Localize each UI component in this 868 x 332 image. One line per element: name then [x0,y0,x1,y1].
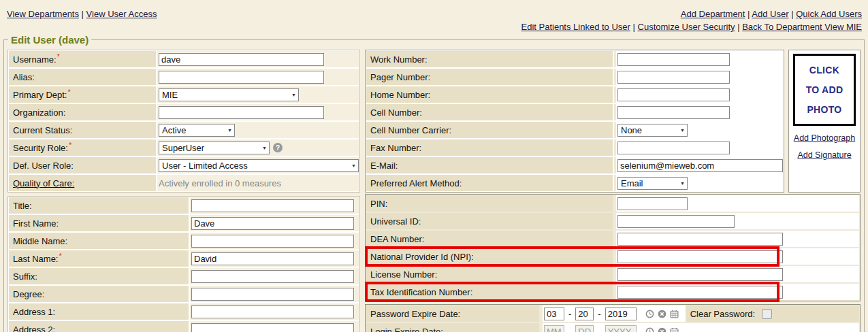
view-user-access-link[interactable]: View User Access [86,9,157,19]
link-separator: | [630,22,638,32]
national-provider-id-npi-label: National Provider Id (NPI): [366,248,613,265]
universal-id-input[interactable] [617,215,735,228]
dea-number-input[interactable] [617,233,783,246]
organization-input[interactable] [159,106,324,119]
row-fax-number: Fax Number: [366,139,783,156]
def-user-role-label-text: Def. User Role: [13,161,74,171]
last-name-field [190,250,359,267]
cell-number-carrier-label-text: Cell Number Carrier: [370,125,451,135]
password-expire-date-label: Password Expire Date: [366,305,539,322]
address-2-input[interactable] [191,323,354,332]
def-user-role-select[interactable]: User - Limited Access▼ [159,159,359,172]
current-status-label-text: Current Status: [13,125,72,135]
alias-label: Alias: [9,69,156,85]
home-number-label: Home Number: [366,86,613,103]
def-user-role-field: User - Limited Access▼ [157,157,359,173]
back-to-department-view-mie-link[interactable]: Back To Department View MIE [742,22,862,32]
fax-number-input[interactable] [617,142,730,154]
dropdown-arrow-icon: ▼ [351,163,356,168]
national-provider-id-npi-input[interactable] [617,250,783,263]
pin-input[interactable] [617,197,688,210]
add-signature-link[interactable]: Add Signature [797,150,851,160]
add-user-link[interactable]: Add User [752,9,788,19]
clock-icon[interactable] [645,310,654,318]
primary-dept-select[interactable]: MIE▼ [159,88,299,101]
contact-info-table: Work Number:Pager Number:Home Number:Cel… [365,50,784,193]
help-icon[interactable]: ? [273,143,283,152]
suffix-label: Suffix: [9,268,189,284]
required-marker: * [57,53,60,61]
quality-of-care-label[interactable]: Quality of Care: [9,175,156,191]
cell-number-input[interactable] [617,106,730,119]
license-number-input[interactable] [617,268,783,281]
address-1-input[interactable] [191,305,354,318]
password-expire-date-day-input[interactable] [575,308,594,320]
add-photograph-link[interactable]: Add Photograph [794,133,855,143]
login-expire-date-year-input[interactable] [605,325,637,332]
last-name-input[interactable] [191,252,354,265]
row-password-expire-date: Password Expire Date:--Clear Password: [366,305,859,322]
login-expire-date-month-input[interactable] [544,325,564,332]
clear-password-cell: Clear Password: [686,305,859,322]
edit-user-fieldset: Edit User (dave) Username:*Alias:Primary… [3,34,865,332]
title-input[interactable] [191,199,354,212]
current-status-select[interactable]: Active▼ [159,124,235,137]
home-number-input[interactable] [617,88,730,101]
clear-date-icon[interactable] [658,327,666,332]
top-right-links: Add Department | Add User | Quick Add Us… [521,7,862,33]
work-number-label: Work Number: [366,51,613,67]
row-address-2: Address 2: [9,321,359,332]
clear-password-checkbox[interactable] [762,309,772,319]
row-degree: Degree: [9,286,359,302]
add-department-link[interactable]: Add Department [681,9,745,19]
clock-icon[interactable] [645,327,654,332]
first-name-input[interactable] [191,217,354,230]
e-mail-input[interactable] [617,159,783,172]
row-primary-dept: Primary Dept:*MIE▼ [9,86,359,103]
clear-date-icon[interactable] [658,310,666,318]
alias-input[interactable] [159,71,324,84]
pin-label: PIN: [366,195,613,212]
suffix-label-text: Suffix: [13,271,37,282]
clear-password-label: Clear Password: [690,309,755,319]
password-expire-date-month-input[interactable] [544,308,564,320]
middle-name-input[interactable] [191,235,354,248]
pager-number-input[interactable] [617,71,730,84]
link-separator: | [789,9,797,19]
login-expire-date-label: Login Expire Date: [366,323,539,332]
home-number-field [614,86,783,103]
view-departments-link[interactable]: View Departments [7,9,79,19]
customize-user-security-link[interactable]: Customize User Security [638,22,735,32]
e-mail-field [614,157,783,173]
cell-number-carrier-select[interactable]: None▼ [617,124,688,137]
work-number-input[interactable] [617,53,730,66]
right-column: Work Number:Pager Number:Home Number:Cel… [365,50,861,332]
degree-input[interactable] [191,288,354,301]
dea-number-label-text: DEA Number: [370,234,424,244]
license-number-label-text: License Number: [370,269,437,280]
page-title: Edit User (dave) [8,34,91,46]
suffix-input[interactable] [191,270,354,283]
fax-number-field [614,139,783,156]
login-expire-date-field: -- [541,323,859,332]
username-input[interactable] [159,53,324,66]
cell-number-carrier-label: Cell Number Carrier: [366,122,613,138]
quick-add-users-link[interactable]: Quick Add Users [796,9,862,19]
edit-patients-linked-to-user-link[interactable]: Edit Patients Linked to User [521,22,630,32]
row-last-name: Last Name:* [9,250,359,267]
tax-identification-number-input[interactable] [617,286,783,299]
preferred-alert-method-select[interactable]: Email▼ [617,177,688,190]
security-role-select[interactable]: SuperUser▼ [159,142,270,154]
calendar-icon[interactable] [670,327,679,332]
organization-label-text: Organization: [13,107,65,118]
address-1-field [190,303,359,320]
login-expire-date-day-input[interactable] [575,325,594,332]
form-content: Username:*Alias:Primary Dept:*MIE▼Organi… [7,50,861,332]
degree-label: Degree: [9,286,189,302]
required-marker: * [67,88,70,96]
calendar-icon[interactable] [670,310,679,318]
degree-label-text: Degree: [13,289,44,299]
password-expire-date-year-input[interactable] [605,308,637,320]
e-mail-label: E-Mail: [366,157,613,173]
add-photo-box[interactable]: CLICKTO ADDPHOTO [793,54,856,126]
